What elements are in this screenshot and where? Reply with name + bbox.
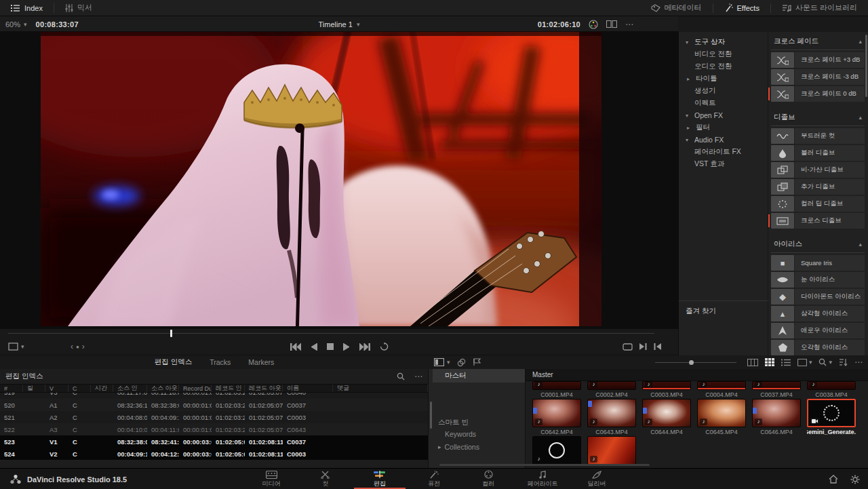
page-color[interactable]: 컬러	[461, 469, 515, 489]
tree-item-filter[interactable]: ▸필터	[679, 121, 768, 134]
bin-item-collections[interactable]: ▸ Collections	[429, 440, 525, 453]
dual-viewer-icon[interactable]	[606, 20, 617, 28]
slider-handle[interactable]	[689, 360, 694, 365]
effect-item-pentagon-iris[interactable]: 오각형 아이리스	[771, 340, 865, 355]
bin-scrollbar[interactable]	[430, 402, 432, 429]
tree-item-vst[interactable]: VST 효과	[679, 158, 768, 170]
tree-item-video-transitions[interactable]: 비디오 전환	[679, 48, 768, 60]
page-media[interactable]: 미디어	[244, 469, 298, 489]
first-frame-button[interactable]	[290, 343, 301, 351]
table-row[interactable]: 521A2C00:04:08:0600:04:09:1400:00:01:080…	[0, 411, 428, 423]
tree-item-audio-transitions[interactable]: 오디오 전환	[679, 60, 768, 73]
zoom-chevron-down-icon[interactable]: ▾	[24, 21, 27, 28]
match-frame-icon[interactable]	[623, 343, 633, 351]
effect-item-blur-dissolve[interactable]: 블러 디졸브	[771, 145, 865, 161]
filmstrip-view-icon[interactable]	[747, 359, 758, 366]
edit-index-search-icon[interactable]	[397, 372, 405, 380]
media-clip-selected[interactable]: Gemini_Generate...	[807, 399, 856, 436]
previous-edit-icon[interactable]	[654, 343, 661, 350]
last-frame-button[interactable]	[359, 343, 370, 351]
media-pool-horizontal-scrollbar[interactable]	[439, 464, 650, 466]
tab-markers[interactable]: Markers	[247, 357, 275, 368]
bin-list-toggle-icon[interactable]	[434, 358, 444, 366]
media-clip[interactable]: ♪ C0002.MP4	[587, 381, 636, 399]
media-clip[interactable]: ♪ C0037.MP4	[752, 381, 801, 399]
media-clip[interactable]: ♪ C0003.MP4	[642, 381, 691, 399]
viewer-overlay-icon[interactable]	[8, 343, 18, 351]
flag-filter-icon[interactable]	[473, 358, 481, 366]
edit-index-options-icon[interactable]: ⋯	[414, 372, 422, 381]
viewer-options-icon[interactable]: ⋯	[625, 20, 633, 29]
section-header-dissolve[interactable]: 디졸브▴	[771, 109, 865, 126]
project-home-icon[interactable]	[829, 475, 838, 484]
next-edit-icon[interactable]	[639, 343, 647, 350]
table-row[interactable]: 522A3C00:04:10:0100:04:11:0900:00:01:080…	[0, 423, 428, 435]
clip-filter-button[interactable]: ▾	[797, 359, 812, 366]
index-button[interactable]: Index	[7, 0, 47, 16]
media-clip[interactable]: ♪ C0004.MP4	[697, 381, 746, 399]
chevron-up-icon[interactable]: ▴	[859, 38, 862, 45]
chevron-up-icon[interactable]: ▴	[859, 241, 862, 248]
effect-item-eye-iris[interactable]: 눈 아이리스	[771, 272, 865, 288]
thumbnail-view-icon[interactable]	[765, 358, 774, 366]
section-header-crossfade[interactable]: 크로스 페이드▴	[771, 33, 865, 50]
page-edit[interactable]: 편집	[353, 469, 407, 489]
media-clip[interactable]: ♪ C0645.MP4	[697, 399, 746, 436]
jog-wheel-icon[interactable]: ●	[76, 344, 79, 350]
search-button[interactable]: ▾	[818, 358, 832, 366]
section-header-iris[interactable]: 아이리스▴	[771, 236, 865, 253]
play-button[interactable]	[343, 343, 350, 351]
bin-list-chevron-down-icon[interactable]: ▾	[447, 359, 450, 366]
color-viewer-icon[interactable]	[589, 20, 598, 29]
settings-gear-icon[interactable]	[850, 475, 860, 484]
effect-item-diamond-iris[interactable]: ◆ 다이아몬드 아이리스	[771, 289, 865, 305]
tree-item-fairlight-fx[interactable]: 페어라이트 FX	[679, 146, 768, 158]
media-clip[interactable]: ♪ C0038.MP4	[807, 381, 856, 399]
tree-item-generators[interactable]: 생성기	[679, 85, 768, 97]
page-deliver[interactable]: 딜리버	[570, 469, 624, 489]
smart-bins-header[interactable]: 스마트 빈	[429, 418, 525, 427]
media-clip[interactable]: ♪ C0001.MP4	[532, 381, 581, 399]
effect-item-additive-dissolve[interactable]: 추가 디졸브	[771, 179, 865, 195]
effect-item-cross-dissolve[interactable]: 크로스 디졸브	[771, 213, 865, 229]
jog-right-icon[interactable]: ›	[82, 342, 85, 351]
timeline-name[interactable]: Timeline 1	[319, 20, 353, 28]
metadata-button[interactable]: 메타데이터	[647, 0, 706, 16]
effect-item-triangle-iris[interactable]: ▲ 삼각형 아이리스	[771, 306, 865, 321]
effect-item-square-iris[interactable]: ■ Square Iris	[771, 255, 865, 271]
scrubber-playhead[interactable]	[170, 330, 172, 337]
pool-options-icon[interactable]: ⋯	[854, 357, 863, 367]
effect-item-dip-to-color[interactable]: 컬러 딥 디졸브	[771, 196, 865, 212]
effect-item-crossfade-minus3[interactable]: 크로스 페이드 -3 dB	[771, 69, 865, 85]
effect-item-non-additive-dissolve[interactable]: 비-가산 디졸브	[771, 162, 865, 178]
viewer-scrubber[interactable]	[0, 329, 678, 338]
timeline-chevron-down-icon[interactable]: ▾	[357, 21, 360, 28]
tree-item-favorites[interactable]: 즐겨 찾기	[679, 305, 768, 317]
media-clip[interactable]: ♪ C0644.MP4	[642, 399, 691, 436]
effects-button[interactable]: Effects	[720, 0, 764, 16]
list-view-icon[interactable]	[781, 359, 791, 366]
media-clip[interactable]: ♪ C0642.MP4	[532, 399, 581, 436]
media-clip[interactable]: ♪ C0646.MP4	[752, 399, 801, 436]
table-row-selected[interactable]: 524V2C00:04:09:1400:04:12:1800:00:03:040…	[0, 448, 428, 460]
tree-item-titles[interactable]: ▸타이틀	[679, 73, 768, 85]
tree-item-toolbox[interactable]: ▾도구 상자	[679, 36, 768, 48]
page-fairlight[interactable]: 페어라이트	[515, 469, 570, 489]
play-reverse-button[interactable]	[311, 343, 317, 351]
page-fusion[interactable]: 퓨전	[407, 469, 461, 489]
overlay-chevron-down-icon[interactable]: ▾	[21, 343, 24, 350]
media-clip[interactable]: ♪	[532, 436, 581, 465]
video-frame[interactable]	[41, 32, 601, 326]
mixer-button[interactable]: 믹서	[61, 0, 96, 16]
stop-button[interactable]	[327, 343, 334, 350]
bin-item-master[interactable]: 마스터	[433, 369, 525, 383]
sort-order-icon[interactable]	[839, 358, 848, 366]
effects-list-scrollbar[interactable]	[865, 35, 867, 97]
page-cut[interactable]: 컷	[298, 469, 353, 489]
jog-left-icon[interactable]: ‹	[71, 342, 73, 351]
loop-button[interactable]	[380, 343, 389, 351]
scrubber-track[interactable]	[8, 333, 654, 334]
media-clip[interactable]: ♪ C0643.MP4	[587, 399, 636, 436]
table-row[interactable]: 519V3C00:11:17:0000:11:18:0800:00:01:080…	[0, 393, 428, 399]
sound-library-button[interactable]: 사운드 라이브러리	[778, 0, 861, 16]
